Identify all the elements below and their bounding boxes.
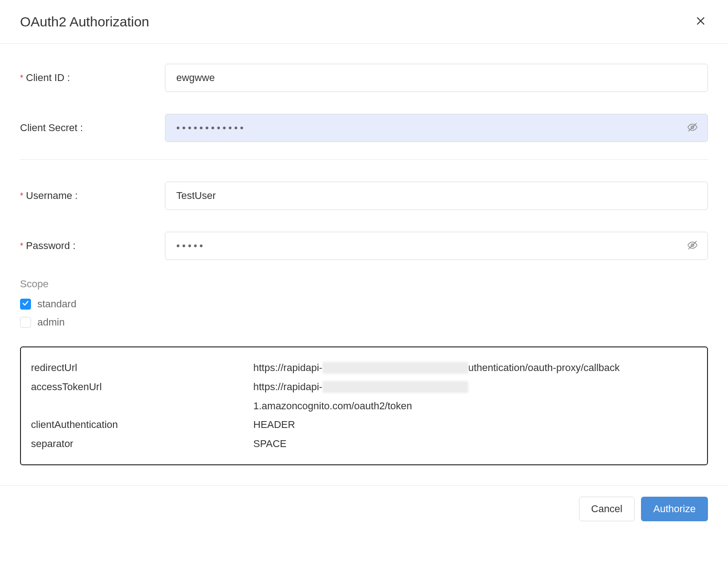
detail-access-token-url-line2: 1.amazoncognito.com/oauth2/token <box>31 397 697 416</box>
oauth-details-box: redirectUrl https://rapidapi- uthenticat… <box>20 346 708 465</box>
password-visibility-toggle[interactable] <box>685 238 700 254</box>
redirect-url-prefix: https://rapidapi- <box>253 358 323 377</box>
modal-footer: Cancel Authorize <box>0 485 728 532</box>
detail-client-auth: clientAuthentication HEADER <box>31 415 697 434</box>
close-icon <box>695 15 706 28</box>
client-id-label-text: Client ID : <box>26 72 70 84</box>
detail-key-client-auth: clientAuthentication <box>31 415 253 434</box>
detail-redirect-url: redirectUrl https://rapidapi- uthenticat… <box>31 358 697 377</box>
client-secret-input[interactable]: •••••••••••• <box>165 114 708 142</box>
required-mark: * <box>20 191 23 201</box>
password-row: * Password : ••••• <box>20 232 708 260</box>
client-secret-row: Client Secret : •••••••••••• <box>20 114 708 142</box>
username-input[interactable] <box>165 182 708 210</box>
redacted-segment <box>323 381 468 393</box>
scope-option-admin[interactable]: admin <box>20 316 708 328</box>
access-token-url-line2: 1.amazoncognito.com/oauth2/token <box>253 397 697 416</box>
scope-section: Scope standard admin <box>20 278 708 328</box>
detail-value-access-token-url: https://rapidapi- <box>253 377 697 397</box>
username-row: * Username : <box>20 182 708 210</box>
detail-key-separator: separator <box>31 434 253 453</box>
client-secret-masked-value: •••••••••••• <box>176 122 246 134</box>
detail-separator: separator SPACE <box>31 434 697 453</box>
redacted-segment <box>323 362 468 374</box>
scope-label: Scope <box>20 278 708 290</box>
required-mark: * <box>20 73 23 83</box>
detail-value-separator: SPACE <box>253 434 697 453</box>
password-label: * Password : <box>20 240 165 252</box>
client-id-input[interactable] <box>165 64 708 92</box>
detail-key-access-token-url: accessTokenUrl <box>31 377 253 397</box>
client-secret-visibility-toggle[interactable] <box>685 120 700 136</box>
check-icon <box>22 300 29 309</box>
detail-value-client-auth: HEADER <box>253 415 697 434</box>
access-token-url-prefix: https://rapidapi- <box>253 377 323 397</box>
scope-option-standard[interactable]: standard <box>20 298 708 310</box>
checkbox-admin[interactable] <box>20 317 31 328</box>
detail-key-empty <box>31 397 253 416</box>
section-divider <box>20 159 708 160</box>
cancel-button[interactable]: Cancel <box>579 497 635 521</box>
eye-off-icon <box>687 122 698 134</box>
username-label: * Username : <box>20 190 165 202</box>
password-input[interactable]: ••••• <box>165 232 708 260</box>
client-id-label: * Client ID : <box>20 72 165 84</box>
client-secret-label: Client Secret : <box>20 122 165 134</box>
redirect-url-suffix: uthentication/oauth-proxy/callback <box>468 358 620 377</box>
close-button[interactable] <box>693 14 708 30</box>
modal-title: OAuth2 Authorization <box>20 14 149 30</box>
authorize-button[interactable]: Authorize <box>641 497 708 521</box>
scope-option-standard-label: standard <box>37 298 77 310</box>
scope-option-admin-label: admin <box>37 316 65 328</box>
username-label-text: Username : <box>26 190 78 202</box>
required-mark: * <box>20 241 23 251</box>
password-label-text: Password : <box>26 240 76 252</box>
detail-access-token-url: accessTokenUrl https://rapidapi- <box>31 377 697 397</box>
modal-header: OAuth2 Authorization <box>0 0 728 44</box>
checkbox-standard[interactable] <box>20 299 31 310</box>
detail-value-redirect-url: https://rapidapi- uthentication/oauth-pr… <box>253 358 697 377</box>
modal-body: * Client ID : Client Secret : ••••••••••… <box>0 44 728 485</box>
eye-off-icon <box>687 240 698 252</box>
client-secret-label-text: Client Secret : <box>20 122 83 134</box>
detail-key-redirect-url: redirectUrl <box>31 358 253 377</box>
client-id-row: * Client ID : <box>20 64 708 92</box>
password-masked-value: ••••• <box>176 240 205 252</box>
